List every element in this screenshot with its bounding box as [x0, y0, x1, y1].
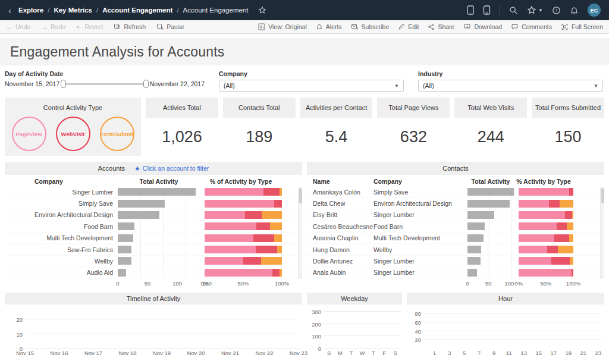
kpi-label: Total Forms Submitted	[532, 98, 604, 118]
company-filter-label: Company	[219, 70, 404, 77]
favorite-star-icon[interactable]	[258, 6, 266, 14]
contacts-col-name: Name	[307, 178, 373, 185]
pause-button[interactable]: Pause	[156, 23, 184, 30]
contact-pct-bar	[519, 257, 573, 265]
date-range-slider[interactable]	[61, 80, 149, 88]
contact-name: Elsy Britt	[307, 211, 373, 218]
weekday-plot[interactable]: 0100200300	[307, 306, 402, 349]
breadcrumb-item[interactable]: Key Metrics	[54, 7, 92, 14]
kpi-label: Total Page Views	[377, 98, 450, 118]
revert-icon: ⇤	[76, 24, 81, 30]
contact-row[interactable]: Anais Aubin Singer Lumber	[307, 268, 600, 279]
accounts-title: Accounts	[98, 165, 125, 172]
breadcrumb-item[interactable]: Account Engagement	[102, 7, 172, 14]
undo-button[interactable]: ←Undo	[6, 23, 30, 30]
redo-button[interactable]: →Redo	[41, 23, 65, 30]
contact-row[interactable]: Elsy Britt Singer Lumber	[307, 210, 600, 221]
activity-type-pageview-button[interactable]: PageView	[12, 117, 46, 151]
fullscreen-button[interactable]: Full Screen	[561, 23, 603, 30]
account-name: Simply Save	[5, 200, 118, 207]
account-pct-bar	[205, 234, 282, 242]
fullscreen-icon	[561, 23, 569, 30]
kpi-row: Control Activity Type PageViewWebVisitFo…	[0, 94, 609, 156]
account-row[interactable]: Simply Save	[5, 198, 298, 209]
star-icon: ★	[134, 165, 140, 172]
account-pct-bar	[205, 222, 282, 230]
kpi-card: Total Page Views 632	[377, 98, 450, 156]
contacts-scrollbar[interactable]	[600, 187, 604, 279]
account-row[interactable]: Multi Tech Development	[5, 233, 298, 244]
breadcrumb-item[interactable]: Explore	[18, 7, 43, 14]
account-total-bar	[118, 198, 200, 208]
account-row[interactable]: Wellby	[5, 256, 298, 267]
account-row[interactable]: Sew-Fro Fabrics	[5, 244, 298, 256]
kpi-card: Activies Total 1,026	[146, 98, 218, 156]
control-panel-title: Control Activity Type	[43, 104, 102, 111]
account-pct-bar	[205, 188, 282, 196]
slider-handle-end[interactable]	[143, 80, 149, 88]
contact-pct-bar	[519, 246, 573, 253]
account-row[interactable]: Audio Aid	[5, 268, 298, 279]
tablet-preview-icon[interactable]	[483, 5, 491, 15]
hour-plot[interactable]: 20406080	[407, 306, 604, 349]
page-title: Engagement Analysis for Accounts	[10, 44, 225, 60]
industry-select[interactable]: (All) ▼	[418, 80, 603, 92]
user-avatar[interactable]: EC	[588, 4, 601, 17]
account-total-bar	[118, 221, 200, 231]
contact-row[interactable]: Ausonia Chaplin Multi Tech Development	[307, 233, 600, 244]
kpi-label: Contacts Total	[223, 98, 296, 118]
account-total-bar	[118, 244, 200, 255]
chevron-down-icon: ▼	[394, 83, 399, 89]
account-row[interactable]: Environ Architectural Design	[5, 210, 298, 221]
contact-row[interactable]: Hung Damon Wellby	[307, 244, 600, 256]
refresh-button[interactable]: Refresh	[114, 23, 146, 30]
alerts-button[interactable]: Alerts	[316, 23, 342, 30]
search-icon[interactable]	[509, 6, 518, 15]
accounts-scrollbar[interactable]	[298, 187, 302, 279]
contact-row[interactable]: Amankaya Colón Simply Save	[307, 187, 600, 198]
hour-chart-panel: Hour 20406080 1357911131517192123	[407, 293, 604, 357]
kpi-value: 189	[223, 118, 296, 156]
subscribe-button[interactable]: Subscribe	[351, 23, 390, 30]
phone-preview-icon[interactable]	[467, 5, 474, 15]
kpi-card: Total Forms Submitted 150	[532, 98, 604, 156]
accounts-filter-hint[interactable]: ★ Click an account to filter	[134, 165, 209, 172]
control-activity-type-panel: Control Activity Type PageViewWebVisitFo…	[5, 98, 141, 156]
contact-name: Hung Damon	[307, 246, 373, 253]
hour-title: Hour	[498, 295, 513, 302]
breadcrumb-item[interactable]: Account Engagement	[183, 7, 249, 14]
filters-row: Day of Activity Date November 15, 2017 N…	[0, 65, 609, 94]
breadcrumb[interactable]: Explore/Key Metrics/Account Engagement/A…	[18, 7, 249, 14]
industry-filter: Industry (All) ▼	[418, 70, 603, 92]
contact-row[interactable]: Delta Chew Environ Architectural Design	[307, 198, 600, 209]
contact-row[interactable]: Dollie Antunez Singer Lumber	[307, 256, 600, 267]
contact-pct-bar	[519, 234, 573, 242]
favorites-menu[interactable]: ▼	[527, 5, 543, 15]
company-select[interactable]: (All) ▼	[219, 80, 404, 92]
share-button[interactable]: Share	[428, 23, 454, 30]
redo-arrow-icon: →	[41, 24, 48, 30]
activity-type-webvisit-button[interactable]: WebVisit	[56, 117, 90, 151]
download-button[interactable]: Download	[463, 23, 502, 30]
account-row[interactable]: Food Barn	[5, 221, 298, 233]
help-icon[interactable]: ?	[552, 6, 561, 15]
edit-button[interactable]: Edit	[398, 23, 419, 30]
contact-company: Multi Tech Development	[373, 234, 467, 241]
envelope-plus-icon	[351, 23, 359, 30]
timeline-plot[interactable]: 01020	[5, 306, 302, 349]
back-chevron-icon[interactable]: ‹	[8, 6, 11, 15]
comments-button[interactable]: Comments	[511, 23, 552, 30]
contact-row[interactable]: Cesáreo Beauchesne Food Barn	[307, 221, 600, 233]
comment-icon	[511, 23, 519, 30]
slider-handle-start[interactable]	[61, 80, 66, 88]
account-row[interactable]: Singer Lumber	[5, 187, 298, 198]
secondary-toolbar: ←Undo →Redo ⇤Revert Refresh Pause View: …	[0, 20, 609, 34]
contact-company: Singer Lumber	[373, 211, 467, 218]
revert-button[interactable]: ⇤Revert	[76, 23, 103, 30]
contact-name: Dollie Antunez	[307, 258, 373, 265]
notifications-bell-icon[interactable]	[570, 6, 579, 15]
activity-type-formsubmit-button[interactable]: FormSubmit	[100, 117, 134, 151]
divider	[500, 6, 500, 15]
view-original-button[interactable]: View: Original	[258, 23, 307, 30]
tables-row: Accounts ★ Click an account to filter Co…	[0, 156, 609, 288]
